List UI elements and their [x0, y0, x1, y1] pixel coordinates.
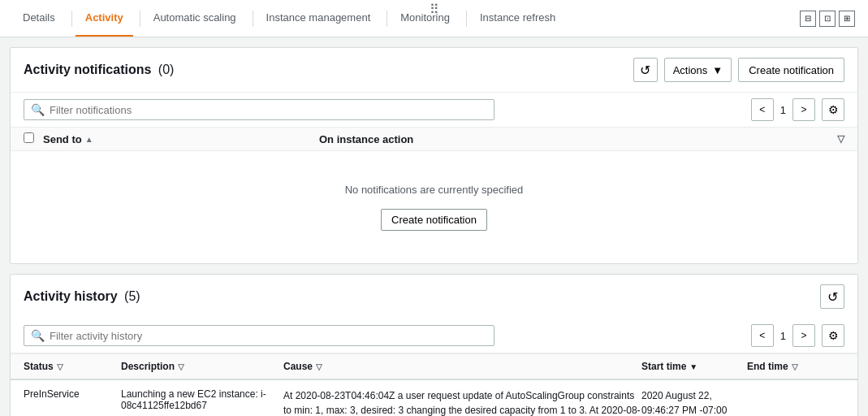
- status-col-header: Status ▽: [24, 361, 121, 372]
- win-btn-3[interactable]: ⊞: [839, 11, 855, 27]
- cause-sort-icon[interactable]: ▽: [316, 362, 322, 371]
- history-table-header: Status ▽ Description ▽ Cause ▽ Start tim…: [11, 353, 857, 380]
- status-sort-icon[interactable]: ▽: [57, 362, 63, 371]
- on-instance-col-header: On instance action ▽: [319, 133, 844, 145]
- send-to-sort-icon[interactable]: ▲: [85, 135, 93, 144]
- win-btn-1[interactable]: ⊟: [800, 11, 816, 27]
- start-time-col-header: Start time ▼: [641, 361, 747, 372]
- end-time-sort-icon[interactable]: ▽: [792, 362, 798, 371]
- actions-dropdown-icon: ▼: [712, 64, 723, 76]
- empty-state-text: No notifications are currently specified: [345, 184, 524, 196]
- history-refresh-button[interactable]: ↺: [820, 284, 844, 309]
- notifications-settings-button[interactable]: ⚙: [822, 98, 844, 121]
- notifications-table-header: Send to ▲ On instance action ▽: [11, 128, 857, 151]
- history-page-num: 1: [780, 330, 786, 342]
- refresh-icon: ↺: [640, 63, 650, 78]
- history-panel: Activity history (5) ↺ 🔍 < 1 > ⚙ Sta: [10, 274, 858, 416]
- tabs-bar: ⠿ Details Activity Automatic scaling Ins…: [0, 0, 868, 37]
- cause-col-header: Cause ▽: [283, 361, 641, 372]
- history-search-wrap[interactable]: 🔍: [24, 325, 494, 346]
- table-row: PreInService Launching a new EC2 instanc…: [11, 380, 857, 416]
- history-panel-header: Activity history (5) ↺: [11, 275, 857, 318]
- history-search-icon: 🔍: [31, 329, 45, 342]
- notifications-search-wrap[interactable]: 🔍: [24, 99, 494, 120]
- on-instance-filter-icon[interactable]: ▽: [837, 133, 844, 145]
- notifications-pagination: < 1 > ⚙: [751, 98, 844, 121]
- chevron-right-icon: >: [801, 104, 806, 115]
- drag-handle: ⠿: [426, 0, 443, 20]
- history-pagination: < 1 > ⚙: [751, 324, 844, 347]
- actions-dropdown-button[interactable]: Actions ▼: [664, 58, 732, 82]
- chevron-right-icon: >: [801, 330, 806, 341]
- row-description: Launching a new EC2 instance: i-08c41125…: [121, 388, 283, 411]
- empty-create-notification-button[interactable]: Create notification: [381, 209, 487, 231]
- notifications-search-row: 🔍 < 1 > ⚙: [11, 93, 857, 128]
- notifications-panel-title: Activity notifications (0): [24, 63, 633, 77]
- history-refresh-icon: ↺: [827, 289, 838, 305]
- tab-separator-1: [71, 11, 72, 27]
- notifications-search-input[interactable]: [50, 104, 487, 116]
- history-search-input[interactable]: [50, 330, 487, 342]
- history-next-page[interactable]: >: [792, 324, 815, 347]
- gear-icon: ⚙: [828, 329, 839, 342]
- notifications-panel: Activity notifications (0) ↺ Actions ▼ C…: [10, 47, 858, 264]
- end-time-col-header: End time ▽: [747, 361, 844, 372]
- window-controls: ⊟ ⊡ ⊞: [800, 11, 855, 27]
- history-settings-button[interactable]: ⚙: [822, 324, 844, 347]
- search-icon: 🔍: [31, 103, 45, 116]
- checkbox-col-header: [24, 132, 43, 145]
- create-notification-button[interactable]: Create notification: [738, 58, 844, 82]
- tab-instance-refresh[interactable]: Instance refresh: [470, 0, 565, 37]
- gear-icon: ⚙: [828, 103, 839, 116]
- description-sort-icon[interactable]: ▽: [178, 362, 184, 371]
- start-time-sort-icon[interactable]: ▼: [689, 362, 697, 371]
- notifications-panel-header: Activity notifications (0) ↺ Actions ▼ C…: [11, 48, 857, 93]
- history-panel-title: Activity history (5): [24, 289, 820, 304]
- tab-separator-2: [140, 11, 140, 27]
- tab-activity[interactable]: Activity: [76, 0, 133, 37]
- notifications-page-num: 1: [780, 104, 786, 116]
- chevron-left-icon: <: [759, 104, 765, 115]
- select-all-checkbox[interactable]: [24, 132, 34, 143]
- description-col-header: Description ▽: [121, 361, 283, 372]
- notifications-empty-state: No notifications are currently specified…: [11, 151, 857, 263]
- history-search-row: 🔍 < 1 > ⚙: [11, 318, 857, 353]
- tab-separator-3: [253, 11, 253, 27]
- tab-details[interactable]: Details: [13, 0, 65, 37]
- history-prev-page[interactable]: <: [751, 324, 774, 347]
- tab-instance-management[interactable]: Instance management: [257, 0, 381, 37]
- send-to-col-header: Send to ▲: [43, 133, 319, 145]
- row-cause: At 2020-08-23T04:46:04Z a user request u…: [283, 388, 641, 416]
- tab-separator-5: [466, 11, 467, 27]
- row-start-time: 2020 August 22, 09:46:27 PM -07:00: [641, 388, 747, 416]
- notifications-panel-actions: ↺ Actions ▼ Create notification: [633, 58, 844, 82]
- notifications-next-page[interactable]: >: [792, 98, 815, 121]
- win-btn-2[interactable]: ⊡: [819, 11, 836, 27]
- notifications-prev-page[interactable]: <: [751, 98, 774, 121]
- refresh-button[interactable]: ↺: [633, 58, 658, 82]
- tab-automatic-scaling[interactable]: Automatic scaling: [144, 0, 246, 37]
- row-status: PreInService: [24, 388, 121, 400]
- chevron-left-icon: <: [759, 330, 765, 341]
- tab-separator-4: [386, 11, 387, 27]
